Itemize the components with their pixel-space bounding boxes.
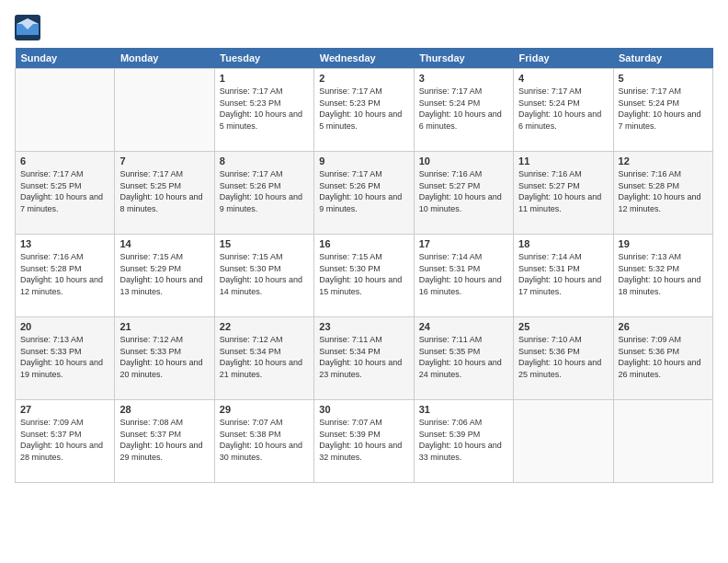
day-info: Sunrise: 7:17 AM Sunset: 5:23 PM Dayligh… <box>220 86 309 132</box>
calendar-cell: 27Sunrise: 7:09 AM Sunset: 5:37 PM Dayli… <box>16 400 115 483</box>
day-number: 25 <box>518 321 608 332</box>
day-info: Sunrise: 7:14 AM Sunset: 5:31 PM Dayligh… <box>419 251 508 297</box>
day-info: Sunrise: 7:08 AM Sunset: 5:37 PM Dayligh… <box>119 417 209 463</box>
day-info: Sunrise: 7:09 AM Sunset: 5:37 PM Dayligh… <box>20 417 109 463</box>
day-number: 7 <box>119 155 209 167</box>
calendar-cell: 6Sunrise: 7:17 AM Sunset: 5:25 PM Daylig… <box>16 152 115 235</box>
calendar-cell: 1Sunrise: 7:17 AM Sunset: 5:23 PM Daylig… <box>214 69 313 152</box>
calendar-cell: 28Sunrise: 7:08 AM Sunset: 5:37 PM Dayli… <box>115 400 214 483</box>
day-info: Sunrise: 7:15 AM Sunset: 5:30 PM Dayligh… <box>220 251 309 297</box>
weekday-header: Sunday <box>16 48 115 69</box>
calendar-cell: 24Sunrise: 7:11 AM Sunset: 5:35 PM Dayli… <box>414 317 513 400</box>
logo <box>15 15 44 40</box>
day-info: Sunrise: 7:17 AM Sunset: 5:25 PM Dayligh… <box>119 168 209 214</box>
day-number: 19 <box>619 238 708 249</box>
day-info: Sunrise: 7:07 AM Sunset: 5:39 PM Dayligh… <box>319 417 408 463</box>
day-number: 14 <box>119 238 209 249</box>
calendar-cell: 30Sunrise: 7:07 AM Sunset: 5:39 PM Dayli… <box>314 400 414 483</box>
day-info: Sunrise: 7:15 AM Sunset: 5:30 PM Dayligh… <box>319 251 408 297</box>
day-number: 11 <box>518 155 608 167</box>
calendar-cell: 11Sunrise: 7:16 AM Sunset: 5:27 PM Dayli… <box>514 152 613 235</box>
calendar-cell <box>613 400 712 483</box>
day-number: 27 <box>20 404 109 415</box>
day-info: Sunrise: 7:07 AM Sunset: 5:38 PM Dayligh… <box>220 417 309 463</box>
calendar-cell <box>514 400 613 483</box>
day-number: 1 <box>220 73 309 84</box>
day-number: 23 <box>319 321 408 332</box>
day-info: Sunrise: 7:13 AM Sunset: 5:32 PM Dayligh… <box>619 251 708 297</box>
day-info: Sunrise: 7:17 AM Sunset: 5:24 PM Dayligh… <box>419 86 508 132</box>
calendar-cell: 29Sunrise: 7:07 AM Sunset: 5:38 PM Dayli… <box>214 400 313 483</box>
day-info: Sunrise: 7:06 AM Sunset: 5:39 PM Dayligh… <box>419 417 508 463</box>
day-info: Sunrise: 7:15 AM Sunset: 5:29 PM Dayligh… <box>119 251 209 297</box>
day-info: Sunrise: 7:17 AM Sunset: 5:23 PM Dayligh… <box>319 86 408 132</box>
calendar-cell: 20Sunrise: 7:13 AM Sunset: 5:33 PM Dayli… <box>16 317 115 400</box>
day-info: Sunrise: 7:13 AM Sunset: 5:33 PM Dayligh… <box>20 334 109 380</box>
day-number: 3 <box>419 73 508 84</box>
calendar-cell: 16Sunrise: 7:15 AM Sunset: 5:30 PM Dayli… <box>314 235 414 317</box>
calendar-week-row: 13Sunrise: 7:16 AM Sunset: 5:28 PM Dayli… <box>16 235 713 317</box>
day-info: Sunrise: 7:17 AM Sunset: 5:24 PM Dayligh… <box>518 86 608 132</box>
day-number: 10 <box>419 155 508 167</box>
calendar-cell: 19Sunrise: 7:13 AM Sunset: 5:32 PM Dayli… <box>613 235 712 317</box>
calendar-cell: 4Sunrise: 7:17 AM Sunset: 5:24 PM Daylig… <box>514 69 613 152</box>
calendar-cell: 26Sunrise: 7:09 AM Sunset: 5:36 PM Dayli… <box>613 317 712 400</box>
day-info: Sunrise: 7:16 AM Sunset: 5:27 PM Dayligh… <box>518 168 608 214</box>
day-info: Sunrise: 7:09 AM Sunset: 5:36 PM Dayligh… <box>619 334 708 380</box>
day-number: 4 <box>518 73 608 84</box>
day-info: Sunrise: 7:16 AM Sunset: 5:27 PM Dayligh… <box>419 168 508 214</box>
weekday-header-row: SundayMondayTuesdayWednesdayThursdayFrid… <box>16 48 713 69</box>
day-number: 31 <box>419 404 508 415</box>
calendar-week-row: 27Sunrise: 7:09 AM Sunset: 5:37 PM Dayli… <box>16 400 713 483</box>
calendar-cell: 22Sunrise: 7:12 AM Sunset: 5:34 PM Dayli… <box>214 317 313 400</box>
day-number: 24 <box>419 321 508 332</box>
calendar-week-row: 20Sunrise: 7:13 AM Sunset: 5:33 PM Dayli… <box>16 317 713 400</box>
day-number: 2 <box>319 73 408 84</box>
day-number: 22 <box>220 321 309 332</box>
weekday-header: Wednesday <box>314 48 414 69</box>
calendar-cell: 8Sunrise: 7:17 AM Sunset: 5:26 PM Daylig… <box>214 152 313 235</box>
calendar-cell: 9Sunrise: 7:17 AM Sunset: 5:26 PM Daylig… <box>314 152 414 235</box>
calendar-cell: 31Sunrise: 7:06 AM Sunset: 5:39 PM Dayli… <box>414 400 513 483</box>
calendar-cell: 5Sunrise: 7:17 AM Sunset: 5:24 PM Daylig… <box>613 69 712 152</box>
day-info: Sunrise: 7:16 AM Sunset: 5:28 PM Dayligh… <box>20 251 109 297</box>
calendar-cell: 7Sunrise: 7:17 AM Sunset: 5:25 PM Daylig… <box>115 152 214 235</box>
logo-icon <box>15 15 40 40</box>
day-info: Sunrise: 7:17 AM Sunset: 5:24 PM Dayligh… <box>619 86 708 132</box>
weekday-header: Monday <box>115 48 214 69</box>
calendar-cell: 3Sunrise: 7:17 AM Sunset: 5:24 PM Daylig… <box>414 69 513 152</box>
day-number: 26 <box>619 321 708 332</box>
calendar-cell: 21Sunrise: 7:12 AM Sunset: 5:33 PM Dayli… <box>115 317 214 400</box>
calendar-cell: 25Sunrise: 7:10 AM Sunset: 5:36 PM Dayli… <box>514 317 613 400</box>
day-number: 15 <box>220 238 309 249</box>
day-info: Sunrise: 7:10 AM Sunset: 5:36 PM Dayligh… <box>518 334 608 380</box>
calendar-cell: 18Sunrise: 7:14 AM Sunset: 5:31 PM Dayli… <box>514 235 613 317</box>
calendar-cell: 10Sunrise: 7:16 AM Sunset: 5:27 PM Dayli… <box>414 152 513 235</box>
day-info: Sunrise: 7:17 AM Sunset: 5:26 PM Dayligh… <box>220 168 309 214</box>
day-info: Sunrise: 7:16 AM Sunset: 5:28 PM Dayligh… <box>619 168 708 214</box>
day-number: 21 <box>119 321 209 332</box>
day-number: 13 <box>20 238 109 249</box>
day-number: 5 <box>619 73 708 84</box>
calendar-cell: 17Sunrise: 7:14 AM Sunset: 5:31 PM Dayli… <box>414 235 513 317</box>
weekday-header: Saturday <box>613 48 712 69</box>
weekday-header: Tuesday <box>214 48 313 69</box>
day-number: 16 <box>319 238 408 249</box>
day-number: 29 <box>220 404 309 415</box>
calendar-table: SundayMondayTuesdayWednesdayThursdayFrid… <box>15 48 713 483</box>
day-number: 17 <box>419 238 508 249</box>
weekday-header: Thursday <box>414 48 513 69</box>
calendar-cell: 2Sunrise: 7:17 AM Sunset: 5:23 PM Daylig… <box>314 69 414 152</box>
day-info: Sunrise: 7:12 AM Sunset: 5:34 PM Dayligh… <box>220 334 309 380</box>
day-number: 6 <box>20 155 109 167</box>
calendar-week-row: 1Sunrise: 7:17 AM Sunset: 5:23 PM Daylig… <box>16 69 713 152</box>
calendar-cell <box>115 69 214 152</box>
day-number: 18 <box>518 238 608 249</box>
day-number: 30 <box>319 404 408 415</box>
day-number: 28 <box>119 404 209 415</box>
day-number: 20 <box>20 321 109 332</box>
calendar-cell: 13Sunrise: 7:16 AM Sunset: 5:28 PM Dayli… <box>16 235 115 317</box>
day-info: Sunrise: 7:12 AM Sunset: 5:33 PM Dayligh… <box>119 334 209 380</box>
day-info: Sunrise: 7:17 AM Sunset: 5:25 PM Dayligh… <box>20 168 109 214</box>
weekday-header: Friday <box>514 48 613 69</box>
